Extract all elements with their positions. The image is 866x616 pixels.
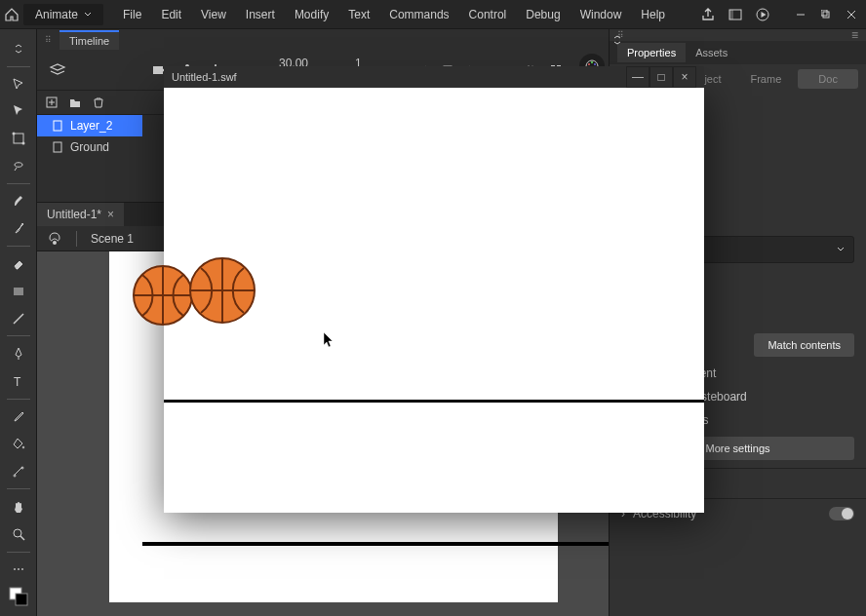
menu-modify[interactable]: Modify	[287, 4, 336, 25]
new-layer-icon[interactable]	[45, 96, 59, 109]
svg-point-35	[594, 63, 596, 65]
tab-properties[interactable]: Properties	[617, 43, 686, 62]
svg-point-12	[14, 529, 21, 537]
text-tool-icon[interactable]: T	[5, 367, 32, 395]
menu-view[interactable]: View	[193, 4, 234, 25]
svg-rect-4	[823, 12, 829, 18]
window-close[interactable]	[841, 7, 862, 22]
document-tab[interactable]: Untitled-1* ×	[37, 203, 124, 226]
rectangle-tool-icon[interactable]	[5, 278, 32, 305]
eyedropper-tool-icon[interactable]	[5, 404, 32, 431]
new-folder-icon[interactable]	[68, 96, 82, 109]
more-tools-icon[interactable]: ⋯	[5, 556, 32, 583]
timeline-tab-bar: ⠿ Timeline	[37, 29, 609, 51]
menu-help[interactable]: Help	[633, 4, 673, 25]
ground-shape[interactable]	[142, 542, 609, 546]
layer-row-ground[interactable]: Ground	[37, 136, 142, 158]
menu-file[interactable]: File	[115, 4, 149, 25]
svg-rect-31	[54, 142, 61, 152]
page-icon	[51, 119, 64, 133]
chevron-down-icon	[84, 11, 92, 19]
bone-tool-icon[interactable]	[5, 457, 32, 484]
menu-debug[interactable]: Debug	[518, 4, 568, 25]
page-icon	[51, 140, 64, 154]
document-tab-label: Untitled-1*	[47, 208, 101, 221]
zoom-tool-icon[interactable]	[5, 520, 32, 548]
lasso-tool-icon[interactable]	[5, 152, 32, 179]
svg-rect-5	[821, 10, 827, 16]
svg-point-7	[12, 133, 15, 135]
seg-doc[interactable]: Doc	[798, 69, 858, 89]
menu-commands[interactable]: Commands	[381, 4, 456, 25]
preview-maximize-icon[interactable]: □	[650, 66, 673, 88]
preview-close-icon[interactable]: ×	[673, 66, 696, 88]
app-switcher[interactable]: Animate	[23, 4, 103, 25]
layer-name: Layer_2	[70, 119, 112, 133]
swatch-icon[interactable]	[5, 583, 32, 610]
pen-tool-icon[interactable]	[5, 340, 32, 367]
basketball-main	[187, 255, 257, 326]
paint-bucket-tool-icon[interactable]	[5, 431, 32, 458]
svg-rect-1	[729, 10, 733, 19]
svg-line-13	[20, 536, 24, 540]
eraser-tool-icon[interactable]	[5, 250, 32, 278]
brush-tool-icon[interactable]	[5, 188, 32, 215]
layer-name: Ground	[70, 140, 109, 154]
timeline-tab[interactable]: Timeline	[59, 30, 119, 50]
panel-tabs: Properties Assets	[610, 41, 866, 64]
free-transform-tool-icon[interactable]	[5, 125, 32, 152]
svg-point-8	[21, 142, 24, 145]
svg-line-10	[14, 314, 23, 324]
preview-window	[164, 88, 704, 513]
svg-point-34	[591, 61, 593, 63]
match-contents-button[interactable]: Match contents	[754, 333, 854, 357]
tab-assets[interactable]: Assets	[686, 43, 737, 62]
menu-edit[interactable]: Edit	[153, 4, 189, 25]
app-name: Animate	[35, 8, 78, 21]
layout-icon[interactable]	[728, 7, 743, 22]
scene-icon[interactable]	[47, 231, 62, 247]
tools-panel: T ⋯	[0, 29, 37, 616]
dock-toggle-icon[interactable]	[5, 35, 32, 62]
top-menubar: Animate File Edit View Insert Modify Tex…	[0, 0, 866, 29]
preview-title: Untitled-1.swf	[172, 71, 237, 83]
menu-window[interactable]: Window	[572, 4, 630, 25]
preview-window-titlebar[interactable]: Untitled-1.swf — □ ×	[164, 66, 704, 88]
delete-layer-icon[interactable]	[92, 96, 105, 109]
preview-ground-line	[164, 400, 704, 403]
share-icon[interactable]	[700, 7, 716, 22]
panel-expand-icon[interactable]	[612, 35, 624, 47]
seg-frame[interactable]: Frame	[736, 69, 797, 89]
layers-icon[interactable]	[49, 61, 66, 79]
panel-grip-icon[interactable]: ⠿	[45, 35, 52, 45]
preview-minimize-icon[interactable]: —	[626, 66, 650, 88]
svg-point-37	[53, 241, 57, 245]
menu-text[interactable]: Text	[340, 4, 377, 25]
layer-list: Layer_2 Ground	[37, 115, 142, 158]
svg-rect-6	[14, 134, 23, 143]
paint-brush-tool-icon[interactable]	[5, 214, 32, 242]
basketball-left-partial	[131, 263, 195, 327]
scene-label[interactable]: Scene 1	[91, 232, 134, 246]
subselection-tool-icon[interactable]	[5, 97, 32, 125]
menu-insert[interactable]: Insert	[238, 4, 283, 25]
svg-rect-15	[16, 594, 27, 605]
play-icon[interactable]	[755, 7, 770, 22]
svg-point-33	[588, 63, 590, 65]
home-icon[interactable]	[4, 7, 20, 22]
selection-tool-icon[interactable]	[5, 71, 32, 98]
line-tool-icon[interactable]	[5, 305, 32, 332]
window-minimize[interactable]	[790, 7, 811, 22]
accessibility-toggle[interactable]	[829, 507, 854, 520]
menu-control[interactable]: Control	[461, 4, 515, 25]
hand-tool-icon[interactable]	[5, 493, 32, 520]
layer-row-layer2[interactable]: Layer_2	[37, 115, 142, 136]
svg-text:T: T	[14, 375, 21, 388]
svg-rect-9	[14, 288, 23, 295]
window-restore[interactable]	[815, 7, 837, 22]
cursor-icon	[323, 331, 336, 349]
svg-rect-16	[153, 66, 163, 74]
svg-rect-30	[54, 121, 61, 131]
close-icon[interactable]: ×	[107, 208, 114, 221]
